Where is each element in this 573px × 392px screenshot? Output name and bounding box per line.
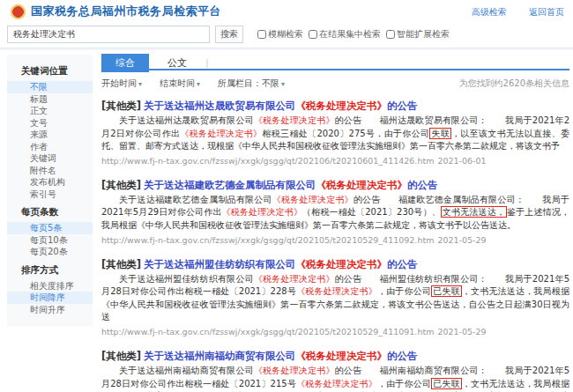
result-title: [其他类]关于送达福州达晟欧贸易有限公司《税务处理决定书》的公告 [101, 100, 569, 112]
tax-emblem-logo-icon [11, 4, 26, 19]
sidebar-item-keyword[interactable]: 关键词 [7, 152, 93, 165]
search-result-3: [其他类]关于送达福州盟佳纺纺织有限公司《税务处理决定书》的公告 关于送达福州盟… [101, 258, 569, 337]
result-title: [其他类]关于送达福建欧艺德金属制品有限公司《税务处理决定书》的公告 [101, 179, 569, 191]
search-bar: 搜索 模糊检索 在结果集中检索 智能扩展检索 [7, 26, 573, 45]
smart-expand-checkbox[interactable] [386, 30, 395, 39]
sidebar-item-unlimited[interactable]: 不限 [7, 81, 93, 93]
back-home-link[interactable]: 返回首页 [529, 7, 564, 17]
chevron-down-icon: ▾ [138, 80, 142, 88]
search-result-1: [其他类]关于送达福州达晟欧贸易有限公司《税务处理决定书》的公告 关于送达福州达… [101, 100, 569, 166]
result-snippet: 关于送达福建欧艺德金属制品有限公司《税务处理决定书》的公告 福建欧艺德金属制品有… [101, 194, 569, 233]
result-title-link[interactable]: 关于送达福建欧艺德金属制品有限公司《税务处理决定书》的公告 [144, 179, 438, 191]
search-platform-page: 国家税务总局福州市税务局检索平台 高级检索 返回首页 搜索 模糊检索 在结果集中… [0, 0, 573, 392]
result-tabs: 综合 公文 | [101, 53, 569, 70]
advanced-search-link[interactable]: 高级检索 [472, 7, 507, 17]
header-divider [0, 48, 573, 50]
sidebar-item-5-per-page[interactable]: 每页5条 [7, 222, 93, 234]
tab-official-documents[interactable]: 公文 [153, 54, 201, 72]
result-filter-row: 开始时间▾ 结束时间▾ 所属栏目：不限▾ 为您找到约2620条相关信息 [101, 78, 569, 90]
fuzzy-search-checkbox[interactable] [257, 30, 266, 39]
result-title-link[interactable]: 关于送达福州南福幼商贸有限公司《税务处理决定书》的公告 [144, 350, 418, 362]
search-input[interactable] [7, 26, 210, 43]
sidebar-item-source[interactable]: 来源 [7, 129, 93, 141]
category-filter[interactable]: 所属栏目：不限▾ [218, 78, 285, 90]
result-snippet: 关于送达福州达晟欧贸易有限公司《税务处理决定书》的公告 福州达晟欧贸易有限公司：… [101, 115, 569, 153]
sidebar-item-author[interactable]: 作者 [7, 141, 93, 153]
result-title-link[interactable]: 关于送达福州盟佳纺纺织有限公司《税务处理决定书》的公告 [144, 258, 418, 270]
tab-comprehensive[interactable]: 综合 [101, 54, 149, 72]
result-url[interactable]: http://www.fj-n-tax.gov.cn/fzsswj/xxgk/g… [101, 235, 569, 245]
result-title: [其他类]关于送达福州盟佳纺纺织有限公司《税务处理决定书》的公告 [101, 258, 569, 270]
search-options: 模糊检索 在结果集中检索 智能扩展检索 [257, 28, 455, 41]
results-list: [其他类]关于送达福州达晟欧贸易有限公司《税务处理决定书》的公告 关于送达福州达… [101, 100, 569, 392]
sidebar-item-sort-time-desc[interactable]: 时间降序 [7, 292, 93, 304]
fuzzy-search-option[interactable]: 模糊检索 [257, 28, 303, 41]
sidebar-item-sort-time-asc[interactable]: 时间升序 [7, 304, 93, 316]
sidebar-item-attachment[interactable]: 附件名 [7, 165, 93, 177]
smart-expand-option[interactable]: 智能扩展检索 [386, 28, 450, 41]
result-title: [其他类]关于送达福州南福幼商贸有限公司《税务处理决定书》的公告 [101, 350, 569, 362]
sidebar-item-10-per-page[interactable]: 每页10条 [7, 234, 93, 247]
sidebar-item-body[interactable]: 正文 [7, 105, 93, 117]
sidebar-group-keyword-position: 关键词位置 [7, 59, 93, 81]
search-result-2: [其他类]关于送达福建欧艺德金属制品有限公司《税务处理决定书》的公告 关于送达福… [101, 179, 569, 245]
result-url[interactable]: http://www.fj-n-tax.gov.cn/fzsswj/xxgk/g… [101, 156, 569, 166]
search-button[interactable]: 搜索 [215, 26, 243, 43]
result-category: [其他类] [101, 179, 141, 191]
result-category: [其他类] [101, 100, 141, 112]
result-title-link[interactable]: 关于送达福州达晟欧贸易有限公司《税务处理决定书》的公告 [144, 100, 418, 112]
result-date: 2021-06-01 [437, 156, 486, 166]
sidebar-item-index-number[interactable]: 索引号 [7, 189, 93, 201]
sidebar-item-doc-number[interactable]: 文号 [7, 117, 93, 129]
chevron-down-icon: ▾ [281, 80, 285, 88]
search-in-results-option[interactable]: 在结果集中检索 [309, 28, 381, 41]
filter-sidebar: 关键词位置 不限 标题 正文 文号 来源 作者 关键词 附件名 发布机构 索引号… [7, 55, 93, 326]
end-time-filter[interactable]: 结束时间▾ [160, 78, 200, 90]
result-date: 2021-05-29 [437, 235, 486, 245]
sidebar-group-page-size: 每页条数 [7, 200, 93, 222]
sidebar-group-sort-order: 排序方式 [7, 258, 93, 280]
result-count: 为您找到约2620条相关信息 [459, 78, 569, 90]
sidebar-item-sort-relevance[interactable]: 相关度排序 [7, 280, 93, 292]
header-links: 高级检索 返回首页 [452, 6, 564, 18]
result-category: [其他类] [101, 258, 141, 270]
result-category: [其他类] [101, 350, 141, 362]
sidebar-item-publisher[interactable]: 发布机构 [7, 176, 93, 189]
search-in-results-checkbox[interactable] [309, 30, 317, 39]
chevron-down-icon: ▾ [197, 80, 200, 88]
sidebar-item-title[interactable]: 标题 [7, 93, 93, 106]
site-title: 国家税务总局福州市税务局检索平台 [31, 4, 221, 19]
result-url[interactable]: http://www.fj-n-tax.gov.cn/fzsswj/xxgk/g… [101, 327, 569, 337]
result-snippet: 关于送达福州盟佳纺纺织有限公司《税务处理决定书》的公告 福州盟佳纺纺织有限公司：… [101, 273, 569, 324]
search-result-4: [其他类]关于送达福州南福幼商贸有限公司《税务处理决定书》的公告 关于送达福州南… [101, 350, 569, 392]
header: 国家税务总局福州市税务局检索平台 高级检索 返回首页 [0, 0, 573, 24]
sidebar-item-20-per-page[interactable]: 每页20条 [7, 246, 93, 258]
start-time-filter[interactable]: 开始时间▾ [101, 78, 142, 90]
result-date: 2021-05-29 [437, 327, 486, 337]
results-main: 综合 公文 | 开始时间▾ 结束时间▾ 所属栏目：不限▾ 为您找到约2620条相… [101, 53, 569, 392]
result-snippet: 关于送达福州南福幼商贸有限公司《税务处理决定书》的公告 福州南福幼商贸有限公司：… [101, 365, 569, 392]
tab-separator: | [205, 58, 208, 68]
